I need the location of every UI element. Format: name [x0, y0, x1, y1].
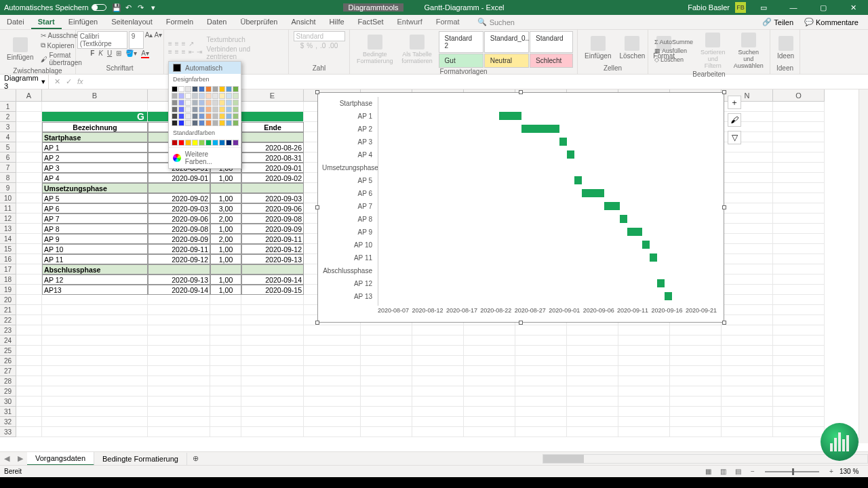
color-swatch[interactable]	[233, 93, 239, 99]
row-header[interactable]: 12	[0, 214, 16, 224]
resize-handle[interactable]	[722, 321, 726, 325]
color-swatch[interactable]	[192, 113, 198, 119]
comma-icon[interactable]: ,	[315, 42, 317, 49]
color-swatch[interactable]	[205, 120, 212, 126]
resize-handle[interactable]	[722, 90, 726, 94]
color-swatch[interactable]	[192, 93, 198, 99]
row-header[interactable]: 14	[0, 234, 16, 244]
color-swatch[interactable]	[205, 140, 212, 146]
row-header[interactable]: 23	[0, 325, 16, 336]
maximize-icon[interactable]: ▢	[811, 3, 835, 12]
row-header[interactable]: 18	[0, 274, 16, 285]
font-size-select[interactable]: 9	[129, 31, 144, 49]
color-swatch[interactable]	[226, 100, 232, 106]
tab-ansicht[interactable]: Ansicht	[284, 15, 322, 29]
cond-format-button[interactable]: Bedingte Formatierung	[354, 33, 396, 66]
color-automatic[interactable]: Automatisch	[169, 62, 241, 74]
color-swatch[interactable]	[233, 120, 239, 126]
fill-color-button[interactable]: 🪣▾	[125, 49, 137, 58]
gantt-bar[interactable]	[604, 202, 619, 210]
row-header[interactable]: 5	[0, 142, 16, 152]
color-swatch[interactable]	[178, 120, 184, 126]
page-break-icon[interactable]: ▤	[731, 468, 745, 475]
row-header[interactable]: 20	[0, 295, 16, 305]
color-swatch[interactable]	[219, 113, 225, 119]
color-swatch[interactable]	[233, 100, 239, 106]
row-header[interactable]: 16	[0, 254, 16, 264]
row-header[interactable]: 26	[0, 356, 16, 366]
resize-handle[interactable]	[519, 90, 523, 94]
color-swatch[interactable]	[172, 100, 178, 106]
font-color-button[interactable]: A▾	[141, 49, 149, 58]
row-header[interactable]: 8	[0, 173, 16, 183]
sheet-tab-active[interactable]: Vorgangsdaten	[27, 452, 94, 466]
color-swatch[interactable]	[185, 106, 191, 113]
toggle-icon[interactable]	[92, 4, 106, 11]
color-swatch[interactable]	[178, 93, 184, 99]
row-header[interactable]: 28	[0, 376, 16, 386]
align-mid-icon[interactable]: ≡	[175, 40, 179, 47]
color-swatch[interactable]	[178, 100, 184, 106]
row-header[interactable]: 10	[0, 193, 16, 203]
more-colors-button[interactable]: Weitere Farben...	[169, 147, 241, 168]
row-header[interactable]: 7	[0, 163, 16, 173]
tab-einfügen[interactable]: Einfügen	[62, 15, 104, 29]
color-swatch[interactable]	[212, 93, 218, 99]
color-swatch[interactable]	[199, 113, 205, 119]
color-swatch[interactable]	[219, 93, 225, 99]
name-box[interactable]: Diagramm 3▾	[0, 74, 49, 90]
font-name-select[interactable]: Calibri (Textkörpe	[77, 31, 127, 49]
ribbon-display-icon[interactable]: ▭	[751, 3, 776, 12]
fill-button[interactable]: ▦Ausfüllen	[652, 47, 695, 55]
wrap-text-button[interactable]: Textumbruch	[205, 35, 284, 44]
color-swatch[interactable]	[219, 120, 225, 126]
gantt-bar[interactable]	[567, 150, 574, 159]
underline-button[interactable]: U	[107, 49, 112, 58]
horizontal-scrollbar[interactable]	[542, 454, 868, 464]
currency-icon[interactable]: $	[300, 42, 304, 49]
color-swatch[interactable]	[226, 106, 232, 113]
tab-datei[interactable]: Datei	[0, 15, 31, 29]
color-swatch[interactable]	[172, 140, 178, 146]
align-center-icon[interactable]: ≡	[175, 48, 179, 56]
color-swatch[interactable]	[192, 140, 198, 146]
color-swatch[interactable]	[219, 86, 225, 92]
gantt-bar[interactable]	[499, 112, 521, 120]
chart-object[interactable]: ＋ 🖌 ▽ StartphaseAP 1AP 2AP 3AP 4Umsetzun…	[317, 92, 724, 323]
style-standard2[interactable]: Standard 2	[439, 31, 484, 53]
col-header[interactable]: O	[773, 89, 825, 102]
tab-hilfe[interactable]: Hilfe	[323, 15, 351, 29]
resize-handle[interactable]	[315, 90, 319, 94]
color-swatch[interactable]	[212, 106, 218, 113]
gantt-bar[interactable]	[559, 138, 567, 146]
row-header[interactable]: 21	[0, 305, 16, 315]
format-table-button[interactable]: Als Tabelle formatieren	[399, 33, 436, 66]
col-header[interactable]: A	[16, 89, 42, 102]
close-icon[interactable]: ✕	[841, 3, 865, 12]
row-header[interactable]: 9	[0, 183, 16, 193]
merge-center-button[interactable]: Verbinden und zentrieren	[205, 45, 284, 61]
tab-start[interactable]: Start	[31, 15, 62, 29]
gantt-bar[interactable]	[574, 176, 582, 184]
row-header[interactable]: 22	[0, 315, 16, 325]
row-header[interactable]: 3	[0, 122, 16, 132]
align-right-icon[interactable]: ≡	[182, 48, 186, 56]
indent-dec-icon[interactable]: ⇤	[189, 48, 194, 56]
color-swatch[interactable]	[226, 120, 232, 126]
insert-cells-button[interactable]: Einfügen	[582, 35, 614, 61]
row-header[interactable]: 30	[0, 396, 16, 407]
row-header[interactable]: 1	[0, 102, 16, 112]
tab-entwurf[interactable]: Entwurf	[390, 15, 429, 29]
color-swatch[interactable]	[178, 106, 184, 113]
color-swatch[interactable]	[178, 86, 184, 92]
sheet-nav-next-icon[interactable]: ▶	[14, 454, 27, 463]
row-header[interactable]: 32	[0, 417, 16, 427]
tab-daten[interactable]: Daten	[200, 15, 233, 29]
col-header[interactable]: E	[241, 89, 304, 102]
inc-decimal-icon[interactable]: .0	[320, 42, 326, 49]
save-icon[interactable]: 💾	[111, 3, 123, 12]
row-header[interactable]: 27	[0, 366, 16, 376]
tab-formeln[interactable]: Formeln	[159, 15, 200, 29]
color-swatch[interactable]	[205, 100, 212, 106]
row-header[interactable]: 15	[0, 244, 16, 254]
